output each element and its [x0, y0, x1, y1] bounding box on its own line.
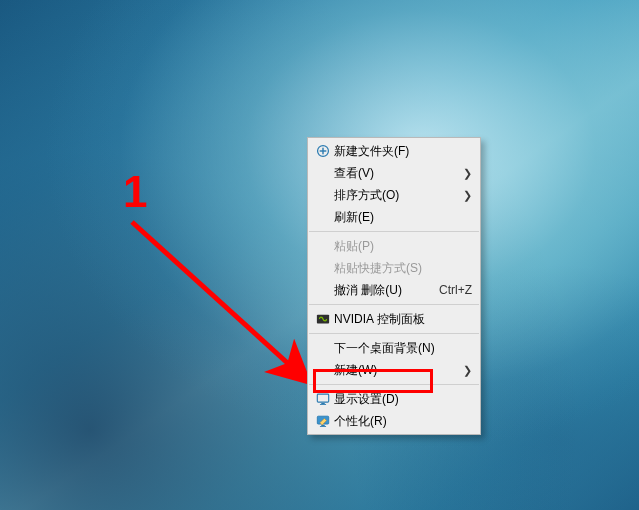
- menu-separator: [309, 333, 479, 334]
- nvidia-icon: [312, 312, 334, 326]
- menu-item-sort-by[interactable]: 排序方式(O) ❯: [308, 184, 480, 206]
- svg-rect-5: [317, 394, 328, 402]
- svg-line-0: [132, 222, 304, 378]
- menu-item-label: NVIDIA 控制面板: [334, 311, 472, 328]
- svg-rect-6: [321, 403, 325, 404]
- annotation-arrow-icon: [118, 214, 318, 394]
- menu-item-label: 显示设置(D): [334, 391, 472, 408]
- menu-item-label: 新建(W): [334, 362, 457, 379]
- menu-item-new-folder[interactable]: 新建文件夹(F): [308, 140, 480, 162]
- menu-item-label: 下一个桌面背景(N): [334, 340, 472, 357]
- menu-item-view[interactable]: 查看(V) ❯: [308, 162, 480, 184]
- menu-item-next-wallpaper[interactable]: 下一个桌面背景(N): [308, 337, 480, 359]
- folder-new-icon: [312, 144, 334, 158]
- menu-item-label: 粘贴(P): [334, 238, 472, 255]
- menu-item-new[interactable]: 新建(W) ❯: [308, 359, 480, 381]
- desktop-context-menu: 新建文件夹(F) 查看(V) ❯ 排序方式(O) ❯ 刷新(E) 粘贴(P) 粘…: [307, 137, 481, 435]
- svg-rect-3: [320, 150, 327, 151]
- menu-item-nvidia-control-panel[interactable]: NVIDIA 控制面板: [308, 308, 480, 330]
- svg-rect-7: [320, 404, 326, 405]
- menu-item-label: 撤消 删除(U): [334, 282, 429, 299]
- annotation-number: 1: [123, 170, 147, 214]
- svg-rect-10: [320, 426, 326, 427]
- menu-item-refresh[interactable]: 刷新(E): [308, 206, 480, 228]
- display-settings-icon: [312, 392, 334, 406]
- menu-item-display-settings[interactable]: 显示设置(D): [308, 388, 480, 410]
- personalize-icon: [312, 414, 334, 428]
- menu-item-paste-shortcut: 粘贴快捷方式(S): [308, 257, 480, 279]
- svg-rect-9: [321, 425, 325, 426]
- menu-item-label: 刷新(E): [334, 209, 472, 226]
- menu-item-label: 新建文件夹(F): [334, 143, 472, 160]
- menu-item-shortcut: Ctrl+Z: [439, 283, 472, 297]
- menu-item-paste: 粘贴(P): [308, 235, 480, 257]
- menu-item-label: 查看(V): [334, 165, 457, 182]
- menu-item-label: 个性化(R): [334, 413, 472, 430]
- menu-separator: [309, 304, 479, 305]
- menu-item-undo-delete[interactable]: 撤消 删除(U) Ctrl+Z: [308, 279, 480, 301]
- menu-item-label: 排序方式(O): [334, 187, 457, 204]
- desktop-background[interactable]: 1 新建文件夹(F) 查看(V) ❯ 排序方式(O) ❯ 刷新(: [0, 0, 639, 510]
- chevron-right-icon: ❯: [463, 365, 472, 376]
- menu-item-personalize[interactable]: 个性化(R): [308, 410, 480, 432]
- menu-separator: [309, 231, 479, 232]
- menu-separator: [309, 384, 479, 385]
- chevron-right-icon: ❯: [463, 190, 472, 201]
- chevron-right-icon: ❯: [463, 168, 472, 179]
- menu-item-label: 粘贴快捷方式(S): [334, 260, 472, 277]
